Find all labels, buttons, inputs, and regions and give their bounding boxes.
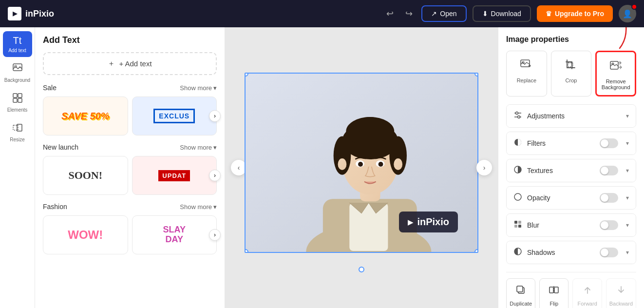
fashion-template-1[interactable]: WOW! [43,215,128,254]
new-launch-show-more[interactable]: Show more ▾ [180,144,217,151]
avatar-button[interactable]: 👤 [619,5,636,22]
shadows-header[interactable]: Shadows ▾ [507,241,636,264]
replace-icon [520,58,533,75]
fashion-template-2[interactable]: SLAYDAY [132,215,217,254]
fashion-section-header: Fashion Show more ▾ [43,203,217,211]
sidebar-item-background[interactable]: Background [3,59,32,87]
opacity-accordion: Opacity ▾ [506,186,636,210]
watermark-icon: ▶ [408,218,413,226]
forward-button[interactable]: Forward [572,278,602,308]
filters-header[interactable]: Filters ▾ [507,132,636,154]
svg-rect-41 [514,225,517,228]
flip-button[interactable]: Flip [539,278,568,308]
textures-accordion: Textures ▾ [506,159,636,182]
opacity-toggle[interactable] [600,193,618,203]
textures-chevron: ▾ [626,167,629,174]
logo-icon: ▶ [8,7,21,20]
crop-card[interactable]: Crop [551,51,592,96]
svg-rect-47 [554,287,558,293]
logo: ▶ inPixio [8,7,54,20]
duplicate-button[interactable]: Duplicate [506,278,535,308]
replace-card[interactable]: Replace [506,51,547,96]
filters-label: Filters [527,139,595,147]
crop-icon [564,58,578,75]
left-panel: Add Text ＋ + Add text Sale Show more ▾ S… [35,27,225,308]
svg-rect-45 [517,286,523,292]
opacity-header[interactable]: Opacity ▾ [507,187,636,209]
sale-section-header: Sale Show more ▾ [43,84,217,92]
replace-label: Replace [517,77,536,83]
opacity-chevron: ▾ [626,194,629,201]
fashion-show-more[interactable]: Show more ▾ [180,203,217,211]
textures-header[interactable]: Textures ▾ [507,159,636,182]
sale-scroll-right[interactable]: › [209,110,221,122]
new-launch-template-1[interactable]: SOON! [43,156,128,195]
sale-templates: SAVE 50% EXCLUS › [43,96,217,135]
canvas-wrapper: ▶ inPixio [245,73,478,263]
sale-template-1[interactable]: SAVE 50% [43,96,128,135]
text-icon: Tt [13,35,22,46]
notification-badge [631,4,637,10]
svg-rect-46 [549,287,553,293]
new-launch-templates: SOON! UPDAT › [43,156,217,195]
adjustments-chevron: ▾ [626,113,629,119]
filters-toggle[interactable] [600,138,618,148]
svg-point-24 [394,158,402,170]
sale-show-more[interactable]: Show more ▾ [180,84,217,92]
svg-rect-4 [13,98,17,102]
svg-point-21 [358,162,363,167]
blur-chevron: ▾ [626,222,629,229]
watermark: ▶ inPixio [399,212,458,232]
new-launch-section-header: New launch Show more ▾ [43,143,217,151]
add-text-button[interactable]: ＋ + Add text [43,52,217,75]
svg-point-18 [356,117,384,135]
plus-icon: ＋ [108,59,115,68]
new-launch-scroll-right[interactable]: › [209,170,221,181]
textures-icon [513,165,522,176]
sale-template-2[interactable]: EXCLUS [132,96,217,135]
download-icon: ⬇ [482,10,488,18]
sale-title: Sale [43,84,57,92]
handle-bottom-right[interactable] [474,249,478,253]
logo-text: inPixio [25,9,54,19]
svg-point-31 [516,112,518,115]
background-icon [12,63,23,76]
adjustments-header[interactable]: Adjustments ▾ [507,105,636,127]
sidebar-item-elements[interactable]: Elements [3,89,32,116]
resize-icon [12,122,23,135]
open-button[interactable]: ↗ Open [421,5,466,22]
svg-point-23 [338,158,347,170]
duplicate-icon [515,285,526,298]
blur-header[interactable]: Blur ▾ [507,214,636,236]
sidebar-item-add-text[interactable]: Tt Add text [3,31,32,57]
backward-button[interactable]: Backward [606,278,636,308]
textures-label: Textures [527,167,595,174]
prop-cards-wrapper: Replace Crop [506,51,636,96]
right-panel: Image properties Replace [498,27,644,308]
undo-button[interactable]: ↩ [383,5,397,22]
textures-toggle[interactable] [600,166,618,175]
bottom-actions: Duplicate Flip Forward [506,272,636,308]
remove-bg-card[interactable]: Remove Background [595,51,636,96]
canvas-nav-right[interactable]: › [476,160,492,175]
image-properties-title: Image properties [506,35,636,44]
new-launch-template-2[interactable]: UPDAT [132,156,217,195]
shadows-chevron: ▾ [626,249,629,256]
download-button[interactable]: ⬇ Download [473,5,531,22]
chevron-down-icon: ▾ [213,144,217,151]
sidebar-item-resize[interactable]: Resize [3,118,32,146]
shadows-toggle[interactable] [600,248,618,257]
svg-rect-42 [518,225,521,228]
flip-icon [549,285,559,298]
adjustments-icon [513,111,522,121]
fashion-scroll-right[interactable]: › [209,229,221,241]
svg-rect-3 [18,94,22,97]
panel-title: Add Text [43,35,217,45]
handle-bottom-center[interactable] [359,267,364,272]
redo-button[interactable]: ↪ [402,5,416,22]
canvas-image[interactable]: ▶ inPixio [245,73,478,253]
blur-toggle[interactable] [600,220,618,230]
upgrade-button[interactable]: ♛ Upgrade to Pro [537,5,613,22]
main-layout: Tt Add text Background [0,27,644,308]
blur-accordion: Blur ▾ [506,213,636,237]
